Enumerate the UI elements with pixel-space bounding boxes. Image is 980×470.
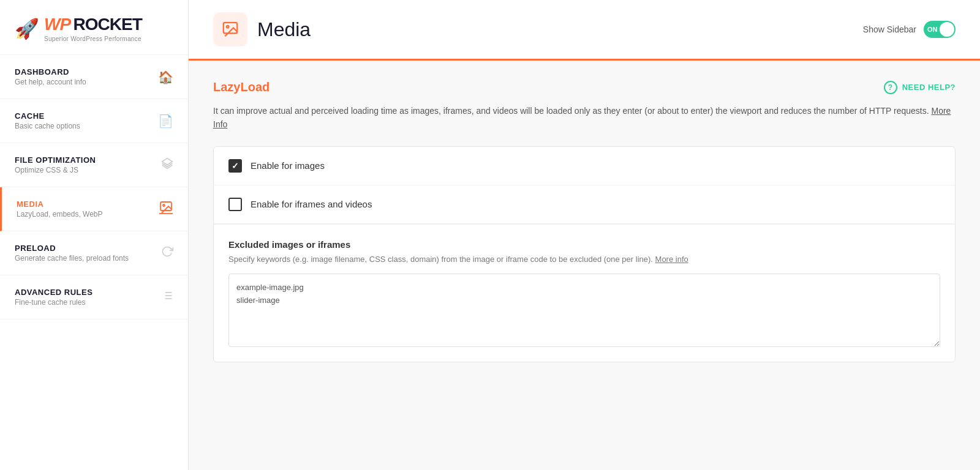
sidebar-item-preload-subtitle: Generate cache files, preload fonts	[15, 254, 161, 263]
sidebar-item-cache-subtitle: Basic cache options	[15, 122, 158, 130]
section-header: LazyLoad ? NEED HELP?	[213, 80, 956, 94]
media-icon	[159, 200, 173, 218]
main-content: Media Show Sidebar ON LazyLoad ? NEED HE…	[189, 0, 980, 470]
sidebar-item-media-title: MEDIA	[17, 200, 159, 209]
excluded-section: Excluded images or iframes Specify keywo…	[214, 224, 955, 362]
logo-wp: WP	[44, 15, 70, 34]
excluded-description: Specify keywords (e.g. image filename, C…	[228, 253, 940, 266]
sidebar-item-advanced-rules-title: ADVANCED RULES	[15, 288, 161, 297]
sidebar-item-dashboard-title: DASHBOARD	[15, 67, 158, 76]
page-header: Media Show Sidebar ON	[189, 0, 980, 61]
logo-area: 🚀 WP ROCKET Superior WordPress Performan…	[0, 0, 188, 55]
svg-point-2	[163, 204, 165, 206]
sidebar-item-dashboard-subtitle: Get help, account info	[15, 78, 158, 86]
sidebar-item-preload-title: PRELOAD	[15, 244, 161, 253]
sidebar-item-advanced-rules[interactable]: ADVANCED RULES Fine-tune cache rules	[0, 275, 188, 319]
cache-icon: 📄	[158, 114, 173, 129]
svg-point-11	[227, 26, 229, 28]
show-sidebar-label: Show Sidebar	[863, 24, 916, 34]
page-icon	[213, 12, 247, 47]
sidebar-item-cache[interactable]: CACHE Basic cache options 📄	[0, 99, 188, 143]
logo-tagline: Superior WordPress Performance	[44, 35, 142, 42]
option-label-iframes: Enable for iframes and videos	[251, 199, 372, 209]
excluded-title: Excluded images or iframes	[228, 239, 940, 250]
sidebar-item-media-subtitle: LazyLoad, embeds, WebP	[17, 210, 159, 218]
help-icon: ?	[884, 81, 897, 94]
rocket-icon: 🚀	[15, 17, 39, 40]
excluded-textarea[interactable]: example-image.jpg slider-image	[228, 274, 940, 347]
layers-icon	[161, 157, 173, 173]
section-description: It can improve actual and perceived load…	[213, 104, 956, 132]
need-help-button[interactable]: ? NEED HELP?	[884, 81, 956, 94]
home-icon: 🏠	[158, 70, 173, 84]
checkbox-enable-images[interactable]	[228, 159, 242, 173]
page-title: Media	[257, 18, 311, 41]
toggle-thumb	[940, 22, 954, 37]
sidebar-item-preload[interactable]: PRELOAD Generate cache files, preload fo…	[0, 231, 188, 275]
advanced-rules-icon	[161, 289, 173, 305]
sidebar-item-file-optimization-subtitle: Optimize CSS & JS	[15, 166, 161, 174]
checkbox-enable-iframes[interactable]	[228, 198, 242, 211]
preload-icon	[161, 245, 173, 261]
show-sidebar-toggle[interactable]: ON	[924, 21, 956, 38]
content-area: LazyLoad ? NEED HELP? It can improve act…	[189, 61, 980, 382]
excluded-more-info-link[interactable]: More info	[655, 255, 688, 264]
sidebar-item-media[interactable]: MEDIA LazyLoad, embeds, WebP	[0, 187, 188, 231]
sidebar-item-cache-title: CACHE	[15, 111, 158, 121]
sidebar-item-file-optimization-title: FILE OPTIMIZATION	[15, 155, 161, 165]
sidebar-item-file-optimization[interactable]: FILE OPTIMIZATION Optimize CSS & JS	[0, 143, 188, 187]
toggle-track[interactable]: ON	[924, 21, 956, 38]
sidebar: 🚀 WP ROCKET Superior WordPress Performan…	[0, 0, 189, 470]
logo: 🚀 WP ROCKET Superior WordPress Performan…	[15, 15, 173, 42]
toggle-on-label: ON	[927, 26, 938, 33]
logo-rocket: ROCKET	[74, 15, 142, 34]
options-card: Enable for images Enable for iframes and…	[213, 146, 956, 363]
section-title: LazyLoad	[213, 80, 270, 94]
option-row-images: Enable for images	[214, 147, 955, 185]
option-row-iframes: Enable for iframes and videos	[214, 185, 955, 224]
need-help-label: NEED HELP?	[902, 83, 956, 92]
option-label-images: Enable for images	[251, 160, 325, 171]
sidebar-item-dashboard[interactable]: DASHBOARD Get help, account info 🏠	[0, 55, 188, 99]
sidebar-item-advanced-rules-subtitle: Fine-tune cache rules	[15, 298, 161, 307]
